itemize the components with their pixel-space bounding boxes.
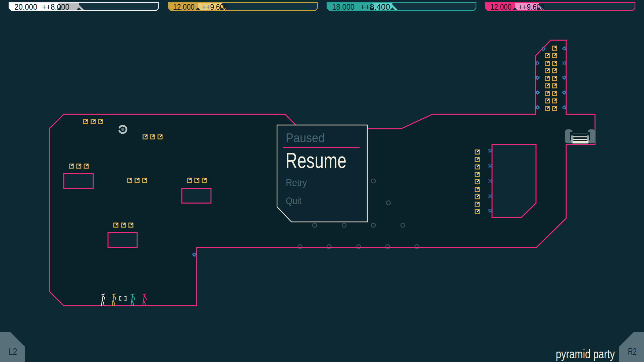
svg-text:18.000: 18.000: [332, 2, 355, 11]
svg-text:Paused: Paused: [286, 131, 325, 145]
svg-text:++8.000: ++8.000: [42, 3, 69, 11]
svg-text:L2: L2: [9, 346, 17, 357]
svg-text:20.000: 20.000: [14, 3, 37, 11]
svg-text:12.000: 12.000: [490, 2, 512, 11]
svg-text:Resume: Resume: [285, 148, 346, 173]
svg-text:++9.600: ++9.600: [519, 2, 544, 11]
svg-text:++9.600: ++9.600: [202, 2, 228, 11]
svg-text:12.000: 12.000: [173, 2, 195, 11]
svg-text:++8.400: ++8.400: [360, 2, 390, 11]
svg-text:Quit: Quit: [286, 195, 302, 206]
svg-text:pyramid party: pyramid party: [556, 347, 615, 361]
svg-text:R2: R2: [628, 346, 637, 357]
svg-text:Retry: Retry: [286, 177, 307, 188]
